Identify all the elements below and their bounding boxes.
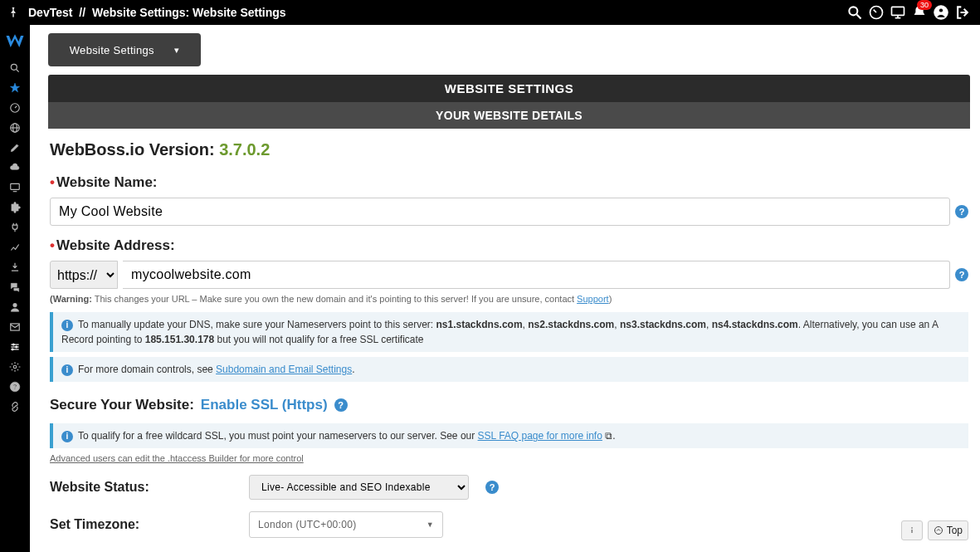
timezone-label: Set Timezone: [50, 517, 232, 532]
account-icon[interactable] [930, 2, 952, 23]
sidebar-desktop-icon[interactable] [0, 178, 30, 198]
sidebar-gear-icon[interactable] [0, 357, 30, 377]
panel-subtitle: YOUR WEBSITE DETAILS [48, 102, 970, 129]
logout-icon[interactable] [952, 2, 973, 23]
subdomain-email-link[interactable]: Subdomain and Email Settings [216, 364, 352, 375]
support-link[interactable]: Support [577, 294, 609, 304]
brand-logo[interactable] [3, 30, 27, 53]
svg-line-1 [857, 15, 861, 19]
website-status-label: Website Status: [50, 480, 232, 495]
svg-rect-27 [911, 530, 912, 533]
version-line: WebBoss.io Version: 3.7.0.2 [50, 140, 968, 159]
domain-controls-box: iFor more domain controls, see Subdomain… [50, 357, 968, 382]
sidebar-link-icon[interactable] [0, 397, 30, 417]
desktop-icon[interactable] [887, 2, 909, 23]
help-icon[interactable]: ? [955, 268, 968, 281]
website-status-select[interactable]: Live- Accessible and SEO Indexable [249, 475, 469, 500]
dns-info-box: iTo manually update your DNS, make sure … [50, 312, 968, 352]
timezone-select[interactable]: London (UTC+00:00) ▼ [249, 511, 443, 538]
svg-text:?: ? [13, 383, 17, 391]
notifications-icon[interactable]: 30 [909, 2, 930, 23]
svg-point-29 [934, 527, 942, 535]
section-dropdown[interactable]: Website Settings ▾ [48, 33, 201, 66]
website-name-input[interactable] [50, 198, 950, 226]
sidebar-chat-icon[interactable] [0, 277, 30, 297]
chevron-down-icon: ▾ [174, 45, 179, 56]
sidebar-globe-icon[interactable] [0, 118, 30, 138]
sidebar-help-icon[interactable]: ? [0, 377, 30, 397]
sidebar-user-icon[interactable] [0, 297, 30, 317]
globe-speed-icon[interactable] [865, 2, 887, 23]
settings-panel: WEBSITE SETTINGS YOUR WEBSITE DETAILS We… [48, 75, 970, 552]
left-sidebar: ? [0, 25, 30, 552]
breadcrumb: DevTest // Website Settings: Website Set… [28, 6, 286, 19]
svg-point-7 [939, 8, 943, 12]
info-icon: i [61, 320, 73, 331]
help-icon[interactable]: ? [955, 205, 968, 218]
sidebar-dashboard-icon[interactable] [0, 98, 30, 118]
svg-line-9 [17, 70, 19, 72]
ssl-faq-link[interactable]: SSL FAQ page for more info [478, 430, 602, 442]
ssl-info-box: iTo qualify for a free wildcard SSL, you… [50, 423, 968, 448]
help-icon[interactable]: ? [485, 481, 499, 494]
website-address-label: •Website Address: [50, 237, 968, 254]
float-buttons: Top [901, 520, 968, 540]
sidebar-puzzle-icon[interactable] [0, 198, 30, 217]
svg-point-24 [13, 365, 17, 369]
search-icon[interactable] [844, 2, 865, 23]
top-bar: DevTest // Website Settings: Website Set… [0, 0, 980, 25]
sidebar-star-icon[interactable] [0, 78, 30, 98]
ssl-heading: Secure Your Website: Enable SSL (Https) … [50, 397, 968, 413]
svg-point-0 [849, 7, 857, 15]
sidebar-search-icon[interactable] [0, 58, 30, 78]
sidebar-mail-icon[interactable] [0, 317, 30, 337]
address-warning: (Warning: This changes your URL – Make s… [50, 294, 968, 304]
htaccess-builder-link[interactable]: Advanced users can edit the .htaccess Bu… [50, 453, 968, 463]
pin-icon[interactable] [7, 6, 20, 19]
svg-point-22 [16, 346, 17, 348]
caret-down-icon: ▼ [427, 520, 434, 529]
main-canvas: Website Settings ▾ WEBSITE SETTINGS YOUR… [30, 25, 980, 552]
sidebar-edit-icon[interactable] [0, 138, 30, 158]
help-icon[interactable]: ? [334, 398, 348, 412]
svg-rect-14 [11, 183, 20, 189]
protocol-select[interactable]: https:// [50, 261, 118, 289]
sidebar-cloud-icon[interactable] [0, 158, 30, 178]
sidebar-sliders-icon[interactable] [0, 337, 30, 357]
website-name-label: •Website Name: [50, 174, 968, 191]
back-to-top-button[interactable]: Top [928, 520, 968, 540]
sidebar-plug-icon[interactable] [0, 217, 30, 237]
panel-title: WEBSITE SETTINGS [48, 75, 970, 102]
svg-point-8 [11, 64, 17, 70]
svg-point-21 [12, 344, 14, 345]
svg-rect-3 [892, 7, 904, 15]
info-icon: i [61, 431, 73, 442]
enable-ssl-link[interactable]: Enable SSL (Https) [201, 397, 328, 413]
svg-point-23 [12, 349, 13, 350]
svg-point-16 [13, 303, 17, 307]
sidebar-download-icon[interactable] [0, 257, 30, 277]
sidebar-chart-icon[interactable] [0, 237, 30, 257]
info-float-button[interactable] [901, 520, 923, 540]
info-icon: i [61, 364, 73, 376]
svg-point-28 [911, 527, 913, 529]
website-address-input[interactable] [123, 261, 950, 289]
